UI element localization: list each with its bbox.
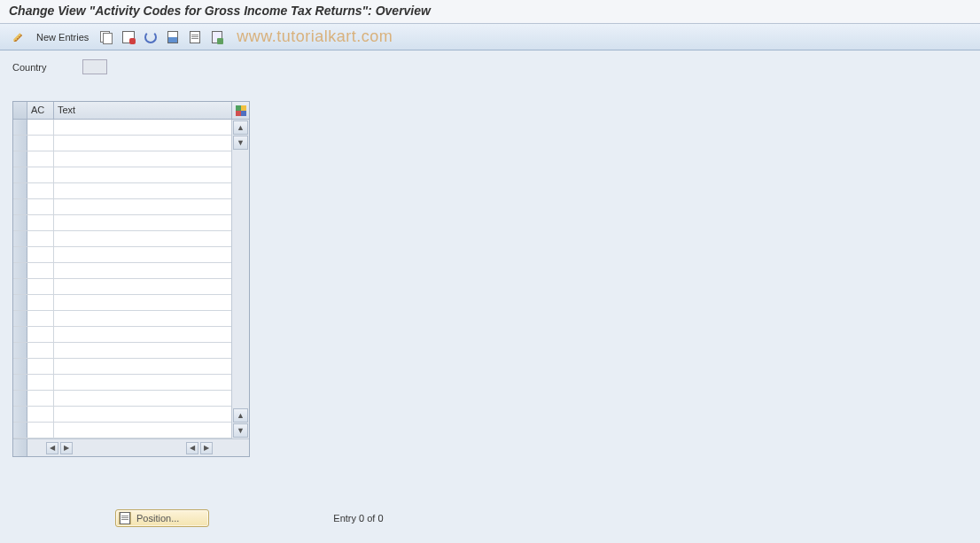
row-selector[interactable] [13, 391, 27, 406]
table-row[interactable] [13, 247, 231, 263]
row-selector[interactable] [13, 120, 27, 135]
row-selector[interactable] [13, 151, 27, 167]
scroll-down-button[interactable]: ▼ [233, 136, 248, 150]
table-row[interactable] [13, 295, 231, 311]
cell-text[interactable] [54, 199, 231, 214]
table-row[interactable] [13, 327, 231, 343]
cell-text[interactable] [54, 359, 231, 374]
cell-text[interactable] [54, 295, 231, 310]
cell-text[interactable] [54, 375, 231, 390]
cell-text[interactable] [54, 263, 231, 278]
cell-ac[interactable] [27, 263, 54, 278]
row-selector[interactable] [13, 375, 27, 390]
row-selector[interactable] [13, 295, 27, 310]
row-selector[interactable] [13, 359, 27, 374]
cell-ac[interactable] [27, 279, 54, 294]
scroll-left-button[interactable]: ◀ [46, 442, 58, 454]
row-selector[interactable] [13, 183, 27, 198]
cell-text[interactable] [54, 120, 231, 135]
scroll-up-button-bottom[interactable]: ▲ [233, 408, 248, 423]
column-header-ac[interactable]: AC [27, 102, 54, 119]
new-entries-button[interactable]: New Entries [31, 30, 94, 44]
cell-ac[interactable] [27, 183, 54, 198]
cell-ac[interactable] [27, 311, 54, 326]
cell-text[interactable] [54, 423, 231, 438]
row-selector[interactable] [13, 263, 27, 278]
cell-ac[interactable] [27, 247, 54, 262]
cell-text[interactable] [54, 279, 231, 294]
cell-ac[interactable] [27, 407, 54, 422]
scroll-up-button[interactable]: ▲ [233, 120, 248, 135]
table-row[interactable] [13, 423, 231, 438]
row-selector[interactable] [13, 327, 27, 342]
scroll-right-button-2[interactable]: ▶ [200, 442, 213, 454]
cell-ac[interactable] [27, 167, 54, 182]
row-selector[interactable] [13, 423, 27, 438]
cell-ac[interactable] [27, 136, 54, 151]
cell-text[interactable] [54, 247, 231, 262]
cell-ac[interactable] [27, 327, 54, 342]
toggle-display-change-button[interactable] [9, 28, 28, 46]
cell-ac[interactable] [27, 359, 54, 374]
row-selector[interactable] [13, 231, 27, 246]
cell-text[interactable] [54, 231, 231, 246]
cell-ac[interactable] [27, 215, 54, 230]
cell-ac[interactable] [27, 151, 54, 167]
row-selector[interactable] [13, 247, 27, 262]
cell-ac[interactable] [27, 120, 54, 135]
cell-ac[interactable] [27, 391, 54, 406]
scroll-left-button-2[interactable]: ◀ [186, 442, 198, 454]
cell-ac[interactable] [27, 295, 54, 310]
scroll-right-button[interactable]: ▶ [60, 442, 73, 454]
cell-text[interactable] [54, 167, 231, 182]
table-row[interactable] [13, 183, 231, 199]
table-row[interactable] [13, 167, 231, 183]
copy-as-button[interactable] [97, 28, 116, 46]
cell-ac[interactable] [27, 199, 54, 214]
position-button[interactable]: Position... [115, 509, 209, 527]
column-header-text[interactable]: Text [54, 102, 231, 119]
cell-text[interactable] [54, 183, 231, 198]
horizontal-scrollbar[interactable]: ◀ ▶ ◀ ▶ [27, 439, 231, 456]
delete-button[interactable] [119, 28, 138, 46]
table-row[interactable] [13, 199, 231, 215]
table-row[interactable] [13, 375, 231, 391]
table-row[interactable] [13, 151, 231, 167]
cell-text[interactable] [54, 391, 231, 406]
scroll-down-button-bottom[interactable]: ▼ [233, 423, 248, 438]
row-selector[interactable] [13, 167, 27, 182]
cell-text[interactable] [54, 136, 231, 151]
cell-text[interactable] [54, 311, 231, 326]
vertical-scrollbar[interactable]: ▲ ▼ ▲ ▼ [231, 120, 249, 438]
deselect-all-button[interactable] [207, 28, 227, 46]
undo-change-button[interactable] [141, 28, 160, 46]
table-row[interactable] [13, 311, 231, 327]
row-selector[interactable] [13, 343, 27, 358]
row-selector[interactable] [13, 279, 27, 294]
cell-text[interactable] [54, 327, 231, 342]
table-row[interactable] [13, 136, 231, 151]
table-row[interactable] [13, 279, 231, 295]
table-row[interactable] [13, 391, 231, 407]
row-selector[interactable] [13, 199, 27, 214]
row-selector[interactable] [13, 215, 27, 230]
cell-ac[interactable] [27, 343, 54, 358]
table-row[interactable] [13, 407, 231, 423]
table-row[interactable] [13, 231, 231, 247]
cell-ac[interactable] [27, 375, 54, 390]
select-block-button[interactable] [185, 28, 205, 46]
table-row[interactable] [13, 359, 231, 375]
country-input[interactable] [82, 59, 107, 74]
select-all-rows-header[interactable] [13, 102, 27, 119]
cell-ac[interactable] [27, 231, 54, 246]
cell-text[interactable] [54, 407, 231, 422]
select-all-button[interactable] [163, 28, 183, 46]
cell-text[interactable] [54, 151, 231, 167]
row-selector[interactable] [13, 136, 27, 151]
table-row[interactable] [13, 263, 231, 279]
table-row[interactable] [13, 343, 231, 359]
table-row[interactable] [13, 120, 231, 136]
table-settings-button[interactable] [231, 102, 249, 119]
cell-text[interactable] [54, 215, 231, 230]
row-selector[interactable] [13, 407, 27, 422]
